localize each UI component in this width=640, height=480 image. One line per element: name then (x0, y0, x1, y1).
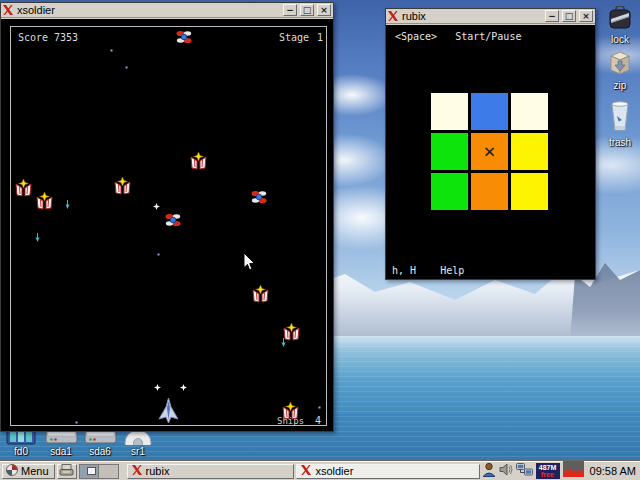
taskbar-clock: 09:58 AM (587, 465, 638, 477)
menu-label: Menu (21, 465, 49, 477)
enemy-butterfly-sprite (190, 152, 207, 170)
taskbar: Menu rubix xsoldier 487M free 09:58 AM (0, 461, 640, 480)
rubix-canvas[interactable]: <Space> Start/Pause × h, H Help (386, 25, 595, 279)
rubix-cell-2-1[interactable] (471, 173, 508, 210)
star-sprite (75, 419, 78, 424)
drive-label: sda1 (50, 446, 72, 457)
x-logo-icon (388, 11, 398, 21)
score-value: 7353 (54, 32, 78, 43)
desktop-icon-label: lock (611, 34, 629, 45)
rubix-cell-2-2[interactable] (511, 173, 548, 210)
enemy-butterfly-sprite (282, 402, 299, 420)
enemy-shot-sprite (35, 233, 40, 242)
drive-label: fd0 (14, 446, 28, 457)
star-sprite (110, 47, 113, 52)
drive-label: sda6 (89, 446, 111, 457)
xsoldier-titlebar[interactable]: xsoldier − □ × (1, 3, 333, 18)
desktop-icon-lock[interactable]: lock (600, 6, 640, 45)
x-logo-icon (132, 465, 142, 477)
cpu-graph-icon[interactable] (563, 461, 584, 480)
menu-button[interactable]: Menu (2, 464, 55, 479)
system-tray: 487M free 09:58 AM (482, 461, 638, 480)
enemy-shot-sprite (281, 338, 286, 347)
enemy-butterfly-sprite (252, 285, 269, 303)
rubix-help-bottom: h, H Help (392, 265, 464, 276)
quick-launch-button[interactable] (57, 464, 77, 479)
rubix-cell-1-1[interactable]: × (471, 133, 508, 170)
drive-icon-sda1[interactable]: sda1 (42, 428, 80, 457)
ships-value: 4 (315, 415, 321, 426)
window-rubix: rubix − □ × <Space> Start/Pause × h, H H… (385, 8, 596, 280)
window-xsoldier: xsoldier − □ × Score 7353 Stage 1 Ships … (0, 2, 334, 432)
enemy-spinner-sprite (251, 190, 267, 204)
desktop-icon-trash[interactable]: trash (600, 101, 640, 148)
memory-monitor[interactable]: 487M free (536, 463, 560, 479)
mouse-cursor (243, 253, 255, 271)
drive-icon-fd0[interactable]: fd0 (2, 428, 40, 457)
desktop: { "desktop": { "icons": [ {"id": "lock",… (0, 0, 640, 480)
x-logo-icon (3, 5, 13, 15)
x-logo-icon (301, 465, 311, 477)
desktop-icon-zip[interactable]: zip (600, 50, 640, 91)
user-icon[interactable] (482, 462, 496, 480)
lock-icon (607, 6, 633, 33)
minimize-button[interactable]: − (283, 4, 297, 16)
enemy-butterfly-sprite (36, 192, 53, 210)
rubix-cell-2-0[interactable] (431, 173, 468, 210)
maximize-button[interactable]: □ (562, 10, 576, 22)
player-shot-sprite (154, 384, 161, 391)
window-title: xsoldier (16, 3, 280, 17)
rubix-titlebar[interactable]: rubix − □ × (386, 9, 595, 24)
rubix-cell-1-2[interactable] (511, 133, 548, 170)
memory-value: 487M (539, 464, 557, 471)
rubix-cell-0-1[interactable] (471, 93, 508, 130)
enemy-butterfly-sprite (15, 179, 32, 197)
close-button[interactable]: × (317, 4, 331, 16)
drive-icon-sda6[interactable]: sda6 (81, 428, 119, 457)
volume-icon[interactable] (499, 462, 513, 480)
rubix-help-top: <Space> Start/Pause (395, 31, 521, 42)
enemy-shot-sprite (65, 200, 70, 209)
rubix-cell-0-2[interactable] (511, 93, 548, 130)
desktop-icon-label: trash (609, 137, 631, 148)
stage-value: 1 (317, 32, 323, 43)
star-sprite (318, 404, 321, 409)
window-title: rubix (401, 9, 542, 23)
task-label: xsoldier (315, 465, 353, 477)
rubix-grid: × (431, 93, 548, 210)
player-ship-sprite (158, 398, 179, 424)
close-button[interactable]: × (579, 10, 593, 22)
score-label: Score (18, 32, 48, 43)
drive-icon-sr1[interactable]: sr1 (119, 428, 157, 457)
taskbar-task-rubix[interactable]: rubix (127, 464, 295, 479)
stage-label: Stage (279, 32, 309, 43)
trash-icon (608, 101, 632, 136)
desktop-icon-label: zip (614, 80, 627, 91)
network-icon[interactable] (516, 462, 533, 480)
player-shot-sprite (180, 384, 187, 391)
enemy-spinner-sprite (165, 213, 181, 227)
drive-label: sr1 (131, 446, 145, 457)
zip-icon (607, 50, 633, 79)
menu-icon (6, 464, 18, 478)
rubix-cell-1-0[interactable] (431, 133, 468, 170)
star-sprite (157, 251, 160, 256)
printer-icon (59, 462, 74, 480)
workspace-2[interactable] (99, 464, 119, 479)
enemy-butterfly-sprite (114, 177, 131, 195)
game-canvas[interactable]: Score 7353 Stage 1 Ships 4 (1, 19, 333, 431)
star-sprite (125, 64, 128, 69)
task-label: rubix (146, 465, 170, 477)
maximize-button[interactable]: □ (300, 4, 314, 16)
workspace-pager (79, 464, 119, 479)
enemy-spinner-sprite (176, 30, 192, 44)
player-shot-sprite (153, 203, 160, 210)
workspace-1[interactable] (79, 464, 99, 479)
rubix-cell-0-0[interactable] (431, 93, 468, 130)
minimize-button[interactable]: − (545, 10, 559, 22)
taskbar-task-xsoldier[interactable]: xsoldier (296, 464, 479, 479)
memory-free-label: free (541, 471, 554, 478)
